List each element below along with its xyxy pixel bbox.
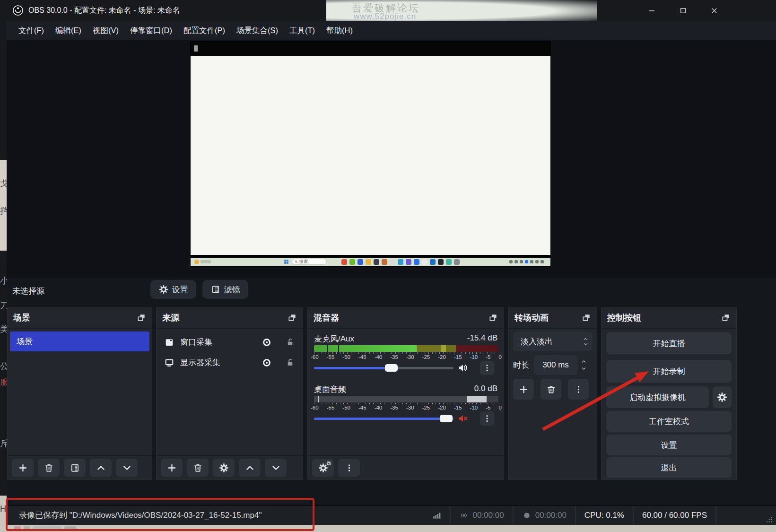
- popout-icon[interactable]: [488, 313, 498, 323]
- controls-panel-title: 控制按钮: [607, 312, 641, 323]
- cpu-usage: CPU: 0.1%: [576, 511, 633, 520]
- mic-db-scale: -60-55-50-45-40-35-30-25-20-15-10-50: [311, 354, 502, 360]
- desktop-speaker-muted-icon[interactable]: [457, 412, 469, 425]
- status-bar: 录像已保存到 "D:/Windows/Videos/OBS/2024-03-27…: [7, 505, 776, 525]
- taskbar-weather-text: [201, 260, 211, 263]
- source-down-button[interactable]: [265, 459, 287, 477]
- remove-transition-button[interactable]: [541, 379, 561, 400]
- resize-grip[interactable]: [765, 515, 773, 523]
- desktop-patch: [0, 160, 7, 251]
- menu-file[interactable]: 文件(F): [13, 21, 50, 40]
- source-filters-label: 滤镜: [224, 284, 240, 295]
- close-button[interactable]: [703, 0, 725, 21]
- scene-list-item-selected[interactable]: 场景: [10, 331, 149, 351]
- preview-area: 搜索: [7, 40, 776, 278]
- desktop-glyph: 美: [0, 324, 7, 334]
- scenes-panel: 场景 场景: [7, 307, 152, 480]
- transitions-toolbar: [513, 379, 589, 400]
- remove-scene-button[interactable]: [38, 459, 60, 477]
- popout-icon[interactable]: [721, 313, 731, 323]
- visibility-eye-icon[interactable]: [262, 358, 272, 368]
- mic-options-button[interactable]: [480, 361, 494, 375]
- source-up-button[interactable]: [239, 459, 261, 477]
- spin-up-icon[interactable]: [580, 359, 587, 364]
- menu-edit[interactable]: 编辑(E): [50, 21, 87, 40]
- record-dot-icon: [522, 511, 532, 520]
- studio-mode-label: 工作室模式: [649, 416, 689, 427]
- transition-duration-row: 时长 300 ms: [513, 355, 593, 375]
- menu-profile[interactable]: 配置文件(P): [178, 21, 231, 40]
- taskbar-search-label: 搜索: [299, 259, 308, 265]
- menu-help[interactable]: 帮助(H): [321, 21, 358, 40]
- visibility-eye-icon[interactable]: [262, 337, 272, 348]
- obs-window: 戈 挡 小 刀 美 公 服 斥 H OBS 30.0.0 - 配置文件: 未命名…: [0, 0, 776, 532]
- add-source-button[interactable]: [161, 459, 183, 477]
- desktop-slider-handle[interactable]: [440, 415, 453, 422]
- scene-item-label: 场景: [17, 336, 33, 347]
- start-streaming-button[interactable]: 开始直播: [606, 332, 732, 354]
- filter-icon: [211, 285, 220, 294]
- desktop-bottom-strip: [0, 525, 776, 532]
- watermark-line2: www.52pojie.cn: [354, 12, 416, 21]
- mic-speaker-icon[interactable]: [457, 362, 469, 374]
- source-filters-button[interactable]: 滤镜: [202, 280, 248, 299]
- window-title: OBS 30.0.0 - 配置文件: 未命名 - 场景: 未命名: [28, 6, 180, 16]
- desktop-options-button[interactable]: [480, 411, 494, 426]
- remove-source-button[interactable]: [187, 459, 209, 477]
- start-recording-button[interactable]: 开始录制: [606, 360, 732, 383]
- mixer-panel-header: 混音器: [308, 308, 504, 329]
- source-properties-button[interactable]: 设置: [150, 280, 196, 299]
- scene-down-button[interactable]: [116, 459, 138, 477]
- menu-docks[interactable]: 停靠窗口(D): [124, 21, 178, 40]
- virtual-camera-config-button[interactable]: [713, 386, 732, 408]
- mic-volume-slider[interactable]: [314, 363, 453, 373]
- record-time: 00:00:00: [535, 511, 567, 520]
- lock-open-icon[interactable]: [285, 337, 295, 347]
- add-scene-button[interactable]: [12, 459, 34, 477]
- desktop-glyph: 小: [0, 276, 7, 286]
- duration-value: 300 ms: [542, 360, 569, 370]
- mic-channel-header: 麦克风/Aux -15.4 dB: [314, 333, 497, 344]
- lock-open-icon[interactable]: [285, 358, 295, 367]
- desktop-volume-slider[interactable]: [314, 413, 453, 424]
- add-transition-button[interactable]: [513, 379, 534, 400]
- controls-panel: 控制按钮 开始直播 开始录制 启动虚拟摄像机 工作室模式 设置 退出: [601, 307, 737, 480]
- network-status: [423, 511, 450, 520]
- source-label: 显示器采集: [180, 357, 256, 368]
- source-properties-gear-button[interactable]: [213, 459, 235, 477]
- menu-scene-collection[interactable]: 场景集合(S): [231, 21, 284, 40]
- transition-options-button[interactable]: [568, 379, 589, 400]
- preview-canvas[interactable]: 搜索: [191, 42, 550, 266]
- popout-icon[interactable]: [137, 313, 146, 323]
- mic-slider-handle[interactable]: [385, 364, 398, 372]
- source-row-window-capture[interactable]: 窗口采集: [157, 332, 303, 352]
- duration-spinbox[interactable]: 300 ms: [534, 355, 577, 375]
- mic-volume-meter: [314, 345, 498, 352]
- signal-bars-icon: [432, 511, 441, 520]
- scenes-toolbar: [8, 455, 152, 480]
- taskbar-tray-icons: [509, 260, 544, 263]
- minimize-button[interactable]: [641, 0, 663, 21]
- maximize-button[interactable]: [672, 0, 694, 21]
- mixer-options-button[interactable]: [338, 459, 360, 477]
- no-source-label: 未选择源: [12, 286, 44, 297]
- popout-icon[interactable]: [582, 313, 591, 323]
- popout-icon[interactable]: [288, 313, 297, 323]
- source-row-display-capture[interactable]: 显示器采集: [157, 353, 303, 372]
- advanced-audio-button[interactable]: [312, 459, 334, 477]
- studio-mode-button[interactable]: 工作室模式: [606, 411, 732, 432]
- combo-arrows: [578, 331, 593, 351]
- settings-button[interactable]: 设置: [606, 435, 732, 455]
- mic-channel-name: 麦克风/Aux: [314, 333, 354, 344]
- status-message: 录像已保存到 "D:/Windows/Videos/OBS/2024-03-27…: [19, 506, 262, 525]
- scene-filters-button[interactable]: [64, 459, 86, 477]
- menu-view[interactable]: 视图(V): [87, 21, 124, 40]
- scene-up-button[interactable]: [90, 459, 112, 477]
- window-capture-icon: [164, 337, 174, 348]
- spin-down-icon[interactable]: [580, 366, 587, 371]
- transition-select[interactable]: 淡入淡出: [513, 331, 593, 351]
- exit-button[interactable]: 退出: [606, 457, 732, 478]
- menu-tools[interactable]: 工具(T): [284, 21, 321, 40]
- start-virtual-camera-button[interactable]: 启动虚拟摄像机: [606, 386, 709, 408]
- taskbar-weather-icon: [194, 260, 199, 264]
